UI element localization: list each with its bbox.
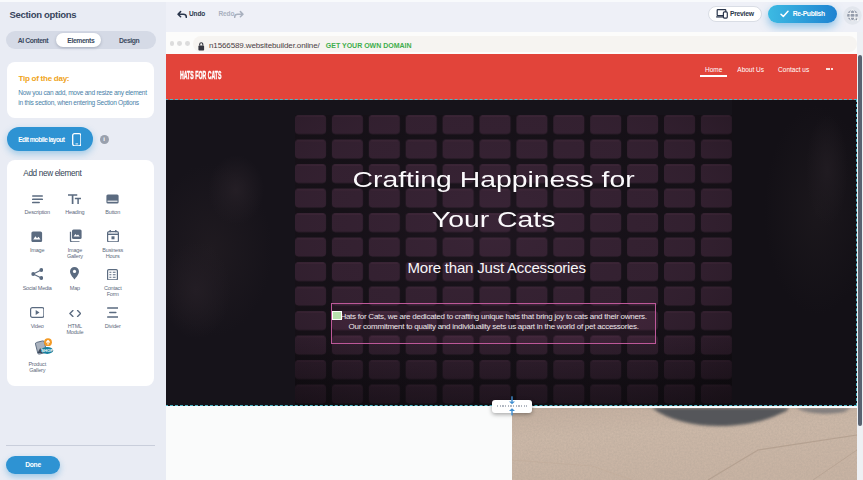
svg-text:SHOP: SHOP [41, 348, 53, 353]
